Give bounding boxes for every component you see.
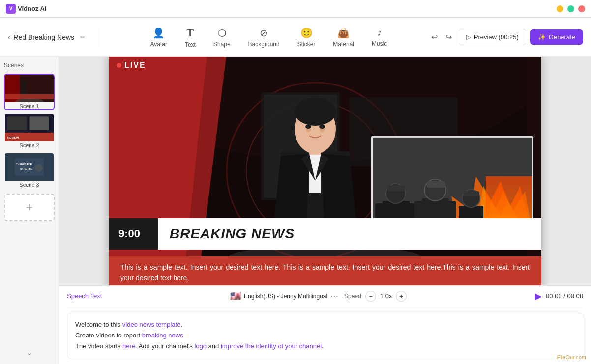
watermark: FileOur.com [557, 354, 586, 360]
svg-rect-9 [30, 116, 49, 130]
sample-text-bar: This is a sample text. Insert your desir… [109, 256, 541, 285]
play-time: ▶ 00:00 / 00:08 [535, 291, 583, 302]
scenes-title: Scenes [4, 62, 55, 69]
svg-text:WATCHING: WATCHING [20, 168, 33, 170]
preview-label: Preview (00:25) [474, 33, 519, 41]
highlight-1: video news template [122, 321, 181, 328]
highlight-2: breaking news [142, 332, 183, 339]
toolbar-right: ↩ ↪ ▷ Preview (00:25) ✨ Generate [428, 29, 583, 45]
scene-3-preview: THANKS FOR WATCHING [5, 153, 54, 181]
scene-1-preview [5, 75, 54, 102]
svg-text:REVIEW: REVIEW [7, 136, 19, 139]
material-label: Material [333, 41, 354, 48]
speech-text-content[interactable]: Welcome to this video news template. Cre… [67, 313, 583, 358]
project-name: Red Breaking News [13, 33, 74, 41]
speed-value: 1.0x [380, 292, 392, 300]
generate-button[interactable]: ✨ Generate [530, 29, 583, 45]
toolbar-tool-shape[interactable]: ⬡ Shape [206, 23, 238, 52]
speech-text-label: Speech Text [67, 292, 102, 300]
music-label: Music [372, 40, 387, 47]
window-controls [557, 5, 585, 12]
material-icon: 👜 [337, 27, 350, 39]
svg-point-14 [35, 164, 43, 172]
bottom-panel: Speech Text 🇺🇸 English(US) - Jenny Multi… [59, 285, 591, 364]
sticker-label: Sticker [297, 41, 316, 48]
text-icon: T [187, 27, 194, 39]
svg-point-33 [298, 97, 332, 117]
svg-rect-8 [7, 116, 27, 130]
toolbar-tool-sticker[interactable]: 🙂 Sticker [290, 23, 324, 52]
preview-button[interactable]: ▷ Preview (00:25) [459, 29, 526, 45]
text-label: Text [185, 41, 196, 48]
highlight-3: here [122, 342, 135, 350]
shape-label: Shape [213, 41, 231, 48]
music-icon: ♪ [377, 27, 382, 38]
back-icon: ‹ [8, 33, 10, 42]
add-scene-button[interactable]: + [4, 194, 55, 221]
sample-text: This is a sample text. Insert your desir… [120, 262, 530, 283]
speed-label: Speed [344, 293, 361, 300]
sticker-icon: 🙂 [300, 27, 313, 39]
undo-button[interactable]: ↩ [428, 29, 441, 45]
toolbar-tool-avatar[interactable]: 👤 Avatar [142, 23, 175, 52]
toolbar-tools: 👤 Avatar T Text ⬡ Shape ⊘ Background 🙂 S… [109, 23, 428, 52]
scene-3-label: Scene 3 [5, 182, 54, 188]
toolbar-tool-material[interactable]: 👜 Material [325, 23, 362, 52]
shape-icon: ⬡ [218, 27, 226, 39]
background-label: Background [248, 41, 280, 48]
speech-row: Speech Text 🇺🇸 English(US) - Jenny Multi… [67, 286, 583, 307]
undo-redo-group: ↩ ↪ [428, 29, 455, 45]
generate-label: Generate [549, 33, 575, 41]
toolbar-tool-music[interactable]: ♪ Music [364, 23, 395, 51]
background-icon: ⊘ [260, 27, 268, 39]
breaking-title-box: BREAKING NEWS [158, 218, 541, 250]
scene-thumb-1[interactable]: Scene 1 [4, 74, 55, 110]
language-options-button[interactable]: ⋯ [330, 291, 338, 301]
close-button[interactable] [578, 5, 585, 12]
play-button[interactable]: ▶ [535, 291, 542, 302]
speed-decrease-button[interactable]: − [365, 291, 376, 302]
highlight-5: improve the identity of your channel [221, 342, 322, 350]
svg-rect-54 [427, 181, 445, 188]
back-button[interactable]: ‹ Red Breaking News ✏ [8, 33, 85, 42]
speech-text-area: Welcome to this video news template. Cre… [67, 307, 583, 364]
live-dot [117, 63, 121, 68]
language-text: English(US) - Jenny Multilingual [244, 293, 327, 300]
svg-text:THANKS FOR: THANKS FOR [16, 163, 32, 166]
language-selector[interactable]: 🇺🇸 English(US) - Jenny Multilingual ⋯ [230, 291, 338, 302]
speed-control: Speed − 1.0x + [344, 291, 407, 302]
scene-thumb-2[interactable]: REVIEW Scene 2 [4, 113, 55, 149]
avatar-label: Avatar [150, 41, 167, 48]
svg-rect-49 [387, 185, 405, 191]
edit-project-name-icon[interactable]: ✏ [80, 34, 85, 41]
scene-2-preview: REVIEW [5, 114, 54, 141]
scene-thumb-3[interactable]: THANKS FOR WATCHING Scene 3 [4, 152, 55, 189]
logo-icon: V [6, 4, 16, 14]
scenes-collapse-button[interactable]: ⌄ [4, 346, 55, 359]
scenes-panel: Scenes Scene 1 REVIEW [0, 57, 59, 364]
maximize-button[interactable] [567, 5, 574, 12]
breaking-time: 9:00 [109, 218, 158, 250]
svg-rect-3 [22, 80, 26, 94]
scene-1-label: Scene 1 [5, 103, 54, 109]
svg-point-37 [319, 125, 325, 129]
minimize-button[interactable] [557, 5, 563, 12]
title-bar: V Vidnoz AI [0, 0, 591, 18]
toolbar-tool-background[interactable]: ⊘ Background [240, 23, 288, 52]
speed-increase-button[interactable]: + [396, 291, 407, 302]
generate-icon: ✨ [538, 33, 546, 41]
redo-button[interactable]: ↪ [443, 29, 455, 45]
toolbar-tool-text[interactable]: T Text [177, 23, 204, 52]
live-text: LIVE [124, 61, 146, 70]
preview-icon: ▷ [466, 33, 471, 41]
live-badge: LIVE [117, 61, 146, 70]
toolbar-divider [101, 28, 101, 47]
breaking-title: BREAKING NEWS [170, 226, 295, 242]
svg-rect-4 [5, 94, 54, 99]
language-flag: 🇺🇸 [230, 291, 241, 302]
app-logo: V Vidnoz AI [6, 4, 47, 14]
main-content: Scenes Scene 1 REVIEW [0, 57, 591, 364]
video-canvas[interactable]: LIVE 9:00 BREAKING NEWS This is a sample… [109, 57, 541, 285]
highlight-4: logo [194, 342, 207, 350]
canvas-area: LIVE 9:00 BREAKING NEWS This is a sample… [59, 57, 591, 364]
